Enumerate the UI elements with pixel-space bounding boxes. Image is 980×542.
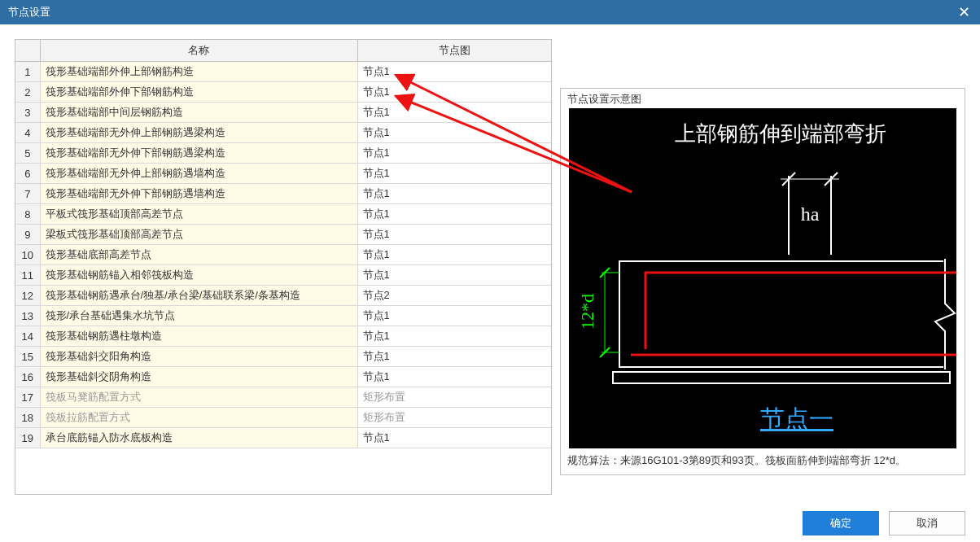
col-header-num [15,40,40,62]
table-row[interactable]: 19承台底筋锚入防水底板构造节点1 [15,428,551,448]
row-name[interactable]: 筏形基础端部无外伸上部钢筋遇梁构造 [40,123,357,143]
row-node[interactable]: 节点1 [357,225,551,245]
ok-button[interactable]: 确定 [803,511,879,535]
row-name[interactable]: 筏形基础端部无外伸下部钢筋遇墙构造 [40,184,357,204]
col-header-name[interactable]: 名称 [40,40,357,62]
close-icon: ✕ [958,3,970,21]
row-node[interactable]: 节点1 [357,82,551,103]
row-number: 10 [15,245,40,265]
row-number: 4 [15,123,40,143]
row-name[interactable]: 筏形基础钢筋遇柱墩构造 [40,326,357,347]
row-node[interactable]: 节点1 [357,428,551,448]
row-node[interactable]: 节点1 [357,306,551,326]
row-number: 12 [15,286,40,306]
diagram-heading: 上部钢筋伸到端部弯折 [675,122,886,146]
row-node[interactable]: 矩形布置 [357,387,551,408]
row-name[interactable]: 筏形基础端部外伸上部钢筋构造 [40,62,357,82]
row-node[interactable]: 节点1 [357,184,551,204]
row-number: 18 [15,408,40,428]
row-name[interactable]: 筏形基础底部高差节点 [40,245,357,265]
table-row[interactable]: 10筏形基础底部高差节点节点1 [15,245,551,265]
row-number: 17 [15,387,40,408]
row-node[interactable]: 节点2 [357,286,551,306]
row-name[interactable]: 承台底筋锚入防水底板构造 [40,428,357,448]
row-number: 5 [15,143,40,164]
row-node[interactable]: 矩形布置 [357,408,551,428]
row-number: 14 [15,326,40,347]
row-name[interactable]: 筏形基础端部无外伸下部钢筋遇梁构造 [40,143,357,164]
svg-rect-12 [613,372,950,383]
row-name[interactable]: 筏形基础钢筋锚入相邻筏板构造 [40,265,357,286]
content-area: 名称 节点图 1筏形基础端部外伸上部钢筋构造节点12筏形基础端部外伸下部钢筋构造… [0,24,980,506]
table-row[interactable]: 2筏形基础端部外伸下部钢筋构造节点1 [15,82,551,103]
table-row[interactable]: 11筏形基础钢筋锚入相邻筏板构造节点1 [15,265,551,286]
row-number: 9 [15,225,40,245]
row-name[interactable]: 筏板马凳筋配置方式 [40,387,357,408]
table-row[interactable]: 16筏形基础斜交阴角构造节点1 [15,367,551,387]
row-number: 19 [15,428,40,448]
row-number: 3 [15,103,40,123]
table-row[interactable]: 6筏形基础端部无外伸上部钢筋遇墙构造节点1 [15,164,551,184]
table-row[interactable]: 7筏形基础端部无外伸下部钢筋遇墙构造节点1 [15,184,551,204]
row-name[interactable]: 筏形基础钢筋遇承台/独基/承台梁/基础联系梁/条基构造 [40,286,357,306]
row-number: 1 [15,62,40,82]
table-row[interactable]: 5筏形基础端部无外伸下部钢筋遇梁构造节点1 [15,143,551,164]
row-node[interactable]: 节点1 [357,326,551,347]
row-number: 11 [15,265,40,286]
dim-ha: ha [801,203,820,225]
row-number: 2 [15,82,40,103]
row-node[interactable]: 节点1 [357,347,551,367]
row-node[interactable]: 节点1 [357,204,551,225]
row-node[interactable]: 节点1 [357,265,551,286]
row-name[interactable]: 筏形基础端部外伸下部钢筋构造 [40,82,357,103]
row-number: 15 [15,347,40,367]
table-row[interactable]: 4筏形基础端部无外伸上部钢筋遇梁构造节点1 [15,123,551,143]
row-name[interactable]: 梁板式筏形基础顶部高差节点 [40,225,357,245]
row-node[interactable]: 节点1 [357,143,551,164]
row-node[interactable]: 节点1 [357,103,551,123]
titlebar: 节点设置 ✕ [0,0,980,24]
row-name[interactable]: 筏形基础斜交阴角构造 [40,367,357,387]
row-node[interactable]: 节点1 [357,367,551,387]
dim-12d: 12*d [577,294,597,330]
row-node[interactable]: 节点1 [357,245,551,265]
row-node[interactable]: 节点1 [357,123,551,143]
diagram-footer: 规范算法：来源16G101-3第89页和93页。筏板面筋伸到端部弯折 12*d。 [561,448,965,474]
diagram-caption: 节点一 [760,405,833,432]
row-number: 13 [15,306,40,326]
row-number: 16 [15,367,40,387]
table-row[interactable]: 1筏形基础端部外伸上部钢筋构造节点1 [15,62,551,82]
row-name[interactable]: 筏形基础端部中间层钢筋构造 [40,103,357,123]
diagram-box: 节点设置示意图 上部钢筋伸到端部弯折 ha [560,88,965,475]
table-row[interactable]: 17筏板马凳筋配置方式矩形布置 [15,387,551,408]
table-row[interactable]: 13筏形/承台基础遇集水坑节点节点1 [15,306,551,326]
diagram-panel-title: 节点设置示意图 [561,89,965,108]
table-row[interactable]: 9梁板式筏形基础顶部高差节点节点1 [15,225,551,245]
row-name[interactable]: 筏板拉筋配置方式 [40,408,357,428]
window-title: 节点设置 [8,5,50,20]
table-row[interactable]: 3筏形基础端部中间层钢筋构造节点1 [15,103,551,123]
node-table-panel: 名称 节点图 1筏形基础端部外伸上部钢筋构造节点12筏形基础端部外伸下部钢筋构造… [15,39,552,495]
close-button[interactable]: ✕ [947,0,980,24]
row-name[interactable]: 筏形基础斜交阳角构造 [40,347,357,367]
diagram-svg: 上部钢筋伸到端部弯折 ha [569,108,956,448]
table-row[interactable]: 12筏形基础钢筋遇承台/独基/承台梁/基础联系梁/条基构造节点2 [15,286,551,306]
diagram-panel: 节点设置示意图 上部钢筋伸到端部弯折 ha [560,39,965,506]
table-row[interactable]: 8平板式筏形基础顶部高差节点节点1 [15,204,551,225]
table-row[interactable]: 15筏形基础斜交阳角构造节点1 [15,347,551,367]
table-row[interactable]: 14筏形基础钢筋遇柱墩构造节点1 [15,326,551,347]
button-bar: 确定 取消 [803,511,965,535]
row-number: 8 [15,204,40,225]
row-name[interactable]: 筏形基础端部无外伸上部钢筋遇墙构造 [40,164,357,184]
node-table: 名称 节点图 1筏形基础端部外伸上部钢筋构造节点12筏形基础端部外伸下部钢筋构造… [15,40,551,448]
row-name[interactable]: 平板式筏形基础顶部高差节点 [40,204,357,225]
table-row[interactable]: 18筏板拉筋配置方式矩形布置 [15,408,551,428]
row-node[interactable]: 节点1 [357,62,551,82]
svg-rect-5 [619,261,945,367]
row-node[interactable]: 节点1 [357,164,551,184]
col-header-node[interactable]: 节点图 [357,40,551,62]
row-number: 6 [15,164,40,184]
row-name[interactable]: 筏形/承台基础遇集水坑节点 [40,306,357,326]
row-number: 7 [15,184,40,204]
cancel-button[interactable]: 取消 [889,511,965,535]
